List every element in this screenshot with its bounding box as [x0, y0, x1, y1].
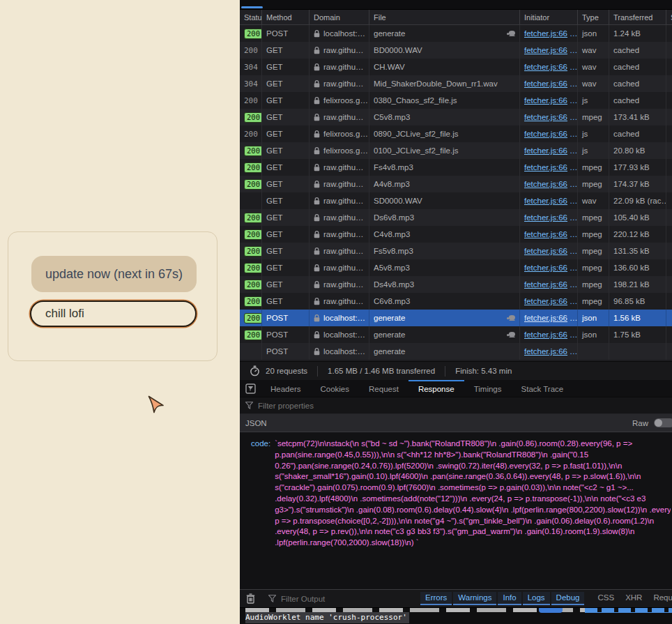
- initiator-ellipsis: …: [570, 247, 578, 255]
- console-filter-logs[interactable]: Logs: [523, 592, 550, 605]
- network-filter-active-underline[interactable]: [241, 6, 263, 8]
- raw-toggle-switch[interactable]: [654, 418, 672, 427]
- status-badge: 200: [244, 296, 262, 307]
- initiator-link[interactable]: fetcher.js:66: [524, 79, 567, 88]
- transferred-total: 1.65 MB / 1.46 MB transferred: [328, 367, 435, 375]
- table-row[interactable]: 200 GET raw.githu… A5v8.mp3 fetcher.js:6…: [240, 259, 672, 276]
- status-badge: 200: [244, 246, 262, 257]
- lock-icon: [314, 331, 320, 339]
- initiator-link[interactable]: fetcher.js:66: [524, 29, 567, 38]
- initiator-link[interactable]: fetcher.js:66: [524, 280, 567, 289]
- prompt-input[interactable]: [30, 300, 197, 327]
- console-output[interactable]: AudioWorklet name 'crush-processor': [240, 608, 672, 624]
- table-row[interactable]: 200 GET felixroos.g… 0380_Chaos_sf2_file…: [240, 92, 672, 109]
- initiator-link[interactable]: fetcher.js:66: [524, 197, 567, 205]
- console-filter-requests[interactable]: Requests: [648, 592, 672, 605]
- status-badge: 200: [244, 112, 262, 123]
- table-row[interactable]: 200 GET raw.githu… Ds4v8.mp3 fetcher.js:…: [240, 276, 672, 293]
- initiator-link[interactable]: fetcher.js:66: [524, 213, 567, 222]
- stopwatch-icon[interactable]: [250, 365, 260, 376]
- table-row[interactable]: 200 GET raw.githu… Fs5v8.mp3 fetcher.js:…: [240, 243, 672, 259]
- initiator-link[interactable]: fetcher.js:66: [524, 146, 567, 155]
- update-now-button[interactable]: update now (next in 67s): [31, 256, 197, 292]
- col-domain[interactable]: Domain: [310, 10, 369, 24]
- col-file[interactable]: File: [369, 10, 520, 24]
- console-toolbar: ErrorsWarningsInfoLogsDebug CSSXHRReques…: [240, 589, 672, 608]
- code-property-value[interactable]: `setcpm(72)\n\nstack(\n s("bd ~ sd ~").b…: [275, 439, 671, 549]
- tab-response[interactable]: Response: [408, 380, 464, 397]
- tab-request[interactable]: Request: [359, 380, 408, 397]
- lock-icon: [314, 214, 320, 222]
- status-badge: 304: [244, 63, 258, 72]
- slow-request-turtle-icon: [506, 314, 517, 321]
- status-badge: 304: [244, 79, 258, 89]
- table-row[interactable]: 200 GET raw.githu… Fs4v8.mp3 fetcher.js:…: [240, 159, 672, 176]
- filter-output-input[interactable]: [281, 595, 420, 603]
- initiator-link[interactable]: fetcher.js:66: [524, 63, 567, 71]
- table-row[interactable]: 200 POST localhost:… generate fetcher.js…: [240, 310, 672, 326]
- slow-request-turtle-icon: [506, 30, 517, 37]
- table-row[interactable]: 200 GET felixroos.g… 0100_JCLive_sf2_fil…: [240, 142, 672, 159]
- table-row[interactable]: 200 GET raw.githu… Ds6v8.mp3 fetcher.js:…: [240, 209, 672, 226]
- initiator-link[interactable]: fetcher.js:66: [524, 330, 567, 339]
- lock-icon: [314, 181, 320, 188]
- tab-headers[interactable]: Headers: [261, 380, 310, 397]
- lock-icon: [314, 63, 320, 71]
- table-row[interactable]: 200 GET raw.githu… C5v8.mp3 fetcher.js:6…: [240, 109, 672, 125]
- table-row[interactable]: 200 GET felixroos.g… 0890_JCLive_sf2_fil…: [240, 125, 672, 142]
- console-filter-info[interactable]: Info: [498, 592, 521, 605]
- initiator-ellipsis: …: [570, 113, 578, 121]
- console-link-clipped[interactable]: [585, 608, 672, 613]
- table-row[interactable]: 304 GET raw.githu… CH.WAV fetcher.js:66: [240, 59, 672, 75]
- col-method[interactable]: Method: [262, 10, 310, 24]
- initiator-link[interactable]: fetcher.js:66: [524, 230, 567, 238]
- request-detail-tabs: HeadersCookiesRequestResponseTimingsStac…: [240, 380, 672, 397]
- trash-icon[interactable]: [246, 593, 255, 604]
- table-row[interactable]: 200 POST localhost:… generate fetcher.js…: [240, 326, 672, 343]
- console-filter-warnings[interactable]: Warnings: [453, 592, 496, 605]
- console-filter-debug[interactable]: Debug: [551, 592, 585, 605]
- col-status[interactable]: Status: [240, 10, 262, 24]
- initiator-ellipsis: …: [570, 314, 578, 322]
- status-badge: 200: [244, 280, 262, 290]
- initiator-link[interactable]: fetcher.js:66: [524, 163, 567, 172]
- table-row[interactable]: 304 GET raw.githu… Mid_ShakerDouble_Down…: [240, 75, 672, 92]
- initiator-link[interactable]: fetcher.js:66: [524, 96, 567, 105]
- initiator-link[interactable]: fetcher.js:66: [524, 264, 567, 272]
- initiator-ellipsis: …: [570, 180, 578, 188]
- initiator-link[interactable]: fetcher.js:66: [524, 113, 567, 121]
- initiator-ellipsis: …: [570, 130, 578, 138]
- json-label: JSON: [245, 419, 267, 427]
- code-property-key[interactable]: code:: [251, 439, 270, 450]
- console-badge-clipped: [539, 608, 563, 613]
- initiator-link[interactable]: fetcher.js:66: [524, 297, 567, 305]
- col-initiator[interactable]: Initiator: [520, 10, 578, 24]
- table-row[interactable]: POST localhost:… generate fetcher.js:66 …: [240, 343, 672, 360]
- console-filter-errors[interactable]: Errors: [420, 592, 452, 605]
- initiator-link[interactable]: fetcher.js:66: [524, 347, 567, 356]
- console-worklet-message: AudioWorklet name 'crush-processor': [245, 613, 409, 622]
- table-row[interactable]: 200 GET raw.githu… C6v8.mp3 fetcher.js:6…: [240, 293, 672, 310]
- initiator-link[interactable]: fetcher.js:66: [524, 314, 567, 322]
- status-badge: 200: [244, 46, 258, 55]
- table-row[interactable]: GET raw.githu… SD0000.WAV fetcher.js:66 …: [240, 192, 672, 209]
- tab-stack-trace[interactable]: Stack Trace: [512, 380, 574, 397]
- console-filter-css[interactable]: CSS: [593, 592, 619, 605]
- table-row[interactable]: 200 GET raw.githu… C4v8.mp3 fetcher.js:6…: [240, 226, 672, 243]
- col-type[interactable]: Type: [578, 10, 609, 24]
- table-row[interactable]: 200 POST localhost:… generate fetcher.js…: [240, 25, 672, 42]
- initiator-link[interactable]: fetcher.js:66: [524, 46, 567, 54]
- col-transferred[interactable]: Transferred: [609, 10, 666, 24]
- table-row[interactable]: 200 GET raw.githu… BD0000.WAV fetcher.js…: [240, 42, 672, 59]
- initiator-link[interactable]: fetcher.js:66: [524, 180, 567, 188]
- initiator-link[interactable]: fetcher.js:66: [524, 130, 567, 138]
- tab-cookies[interactable]: Cookies: [310, 380, 359, 397]
- col-size-clipped[interactable]: Size: [666, 10, 672, 24]
- console-filter-xhr[interactable]: XHR: [620, 592, 647, 605]
- panel-toggle-icon[interactable]: [245, 383, 256, 394]
- lock-icon: [314, 314, 320, 322]
- tab-timings[interactable]: Timings: [464, 380, 512, 397]
- table-row[interactable]: 200 GET raw.githu… A4v8.mp3 fetcher.js:6…: [240, 176, 672, 192]
- filter-properties-input[interactable]: [258, 402, 397, 410]
- initiator-link[interactable]: fetcher.js:66: [524, 247, 567, 255]
